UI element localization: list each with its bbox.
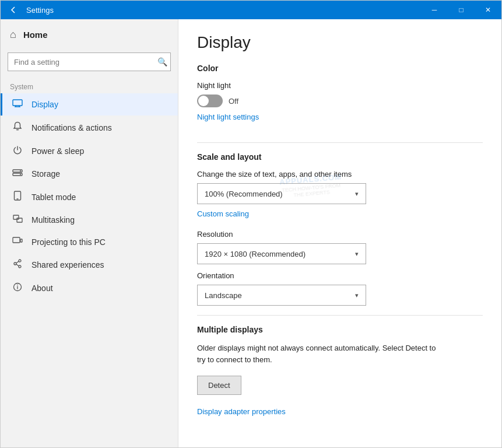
storage-icon — [12, 169, 23, 179]
multitasking-icon — [12, 215, 23, 225]
orientation-value: Landscape — [205, 291, 242, 300]
svg-point-18 — [19, 265, 21, 268]
scale-label: Change the size of text, apps, and other… — [197, 170, 483, 178]
maximize-button[interactable]: □ — [448, 1, 475, 19]
svg-point-23 — [17, 285, 18, 286]
search-input[interactable] — [8, 52, 171, 71]
svg-line-19 — [16, 261, 19, 263]
titlebar-left: Settings — [5, 2, 54, 18]
close-button[interactable]: ✕ — [475, 1, 501, 19]
tablet-icon — [12, 191, 23, 203]
resolution-dropdown[interactable]: 1920 × 1080 (Recommended) ▾ — [197, 243, 366, 264]
back-button[interactable] — [5, 2, 22, 18]
toggle-thumb — [198, 96, 209, 106]
page-title: Display — [197, 33, 483, 52]
sidebar-item-about[interactable]: About — [1, 276, 178, 300]
sidebar-item-tablet-label: Tablet mode — [31, 192, 76, 202]
sidebar-item-notifications[interactable]: Notifications & actions — [1, 116, 178, 139]
night-light-settings-link[interactable]: Night light settings — [197, 113, 259, 121]
resolution-dropdown-arrow: ▾ — [355, 250, 359, 258]
multiple-displays-description: Older displays might not always connect … — [197, 342, 442, 365]
sidebar-item-power[interactable]: Power & sleep — [1, 139, 178, 163]
scale-dropdown-arrow: ▾ — [355, 190, 359, 198]
svg-rect-12 — [17, 218, 22, 222]
night-light-state: Off — [229, 97, 238, 106]
scale-section-title: Scale and layout — [197, 152, 483, 162]
custom-scaling-link[interactable]: Custom scaling — [197, 209, 249, 218]
svg-point-17 — [14, 262, 16, 265]
about-icon — [12, 282, 23, 294]
night-light-label: Night light — [197, 81, 483, 90]
sidebar-item-multitasking-label: Multitasking — [31, 215, 75, 225]
shared-icon — [12, 259, 23, 271]
svg-rect-14 — [20, 239, 22, 242]
home-nav-item[interactable]: ⌂ Home — [1, 19, 178, 50]
svg-rect-0 — [13, 100, 22, 106]
sidebar-item-projecting[interactable]: Projecting to this PC — [1, 231, 178, 253]
content-area: ⌂ Home 🔍 System Display — [1, 19, 501, 447]
color-section-title: Color — [197, 64, 483, 73]
minimize-button[interactable]: ─ — [421, 1, 448, 19]
sidebar-item-display-label: Display — [31, 100, 58, 109]
window-title: Settings — [26, 6, 54, 15]
svg-rect-13 — [13, 237, 20, 243]
orientation-label: Orientation — [197, 271, 483, 280]
display-adapter-link[interactable]: Display adapter properties — [197, 407, 286, 416]
sidebar-item-shared-label: Shared experiences — [31, 260, 104, 270]
power-icon — [12, 145, 23, 157]
window-controls: ─ □ ✕ — [421, 1, 501, 19]
divider-1 — [197, 142, 483, 143]
sidebar-item-display[interactable]: Display — [1, 93, 178, 116]
multiple-displays-title: Multiple displays — [197, 325, 483, 334]
sidebar-item-multitasking[interactable]: Multitasking — [1, 209, 178, 231]
svg-point-8 — [20, 174, 21, 175]
home-label: Home — [23, 30, 48, 40]
svg-point-16 — [19, 260, 21, 262]
sidebar-item-storage[interactable]: Storage — [1, 163, 178, 185]
projecting-icon — [12, 237, 23, 247]
sidebar-item-storage-label: Storage — [31, 169, 60, 178]
scale-dropdown[interactable]: 100% (Recommended) ▾ — [197, 183, 366, 204]
search-icon[interactable]: 🔍 — [157, 57, 167, 66]
svg-rect-11 — [13, 215, 19, 219]
resolution-label: Resolution — [197, 230, 483, 239]
sidebar-item-shared[interactable]: Shared experiences — [1, 253, 178, 276]
sidebar-item-about-label: About — [31, 284, 53, 293]
sidebar-item-notifications-label: Notifications & actions — [31, 123, 112, 132]
orientation-dropdown[interactable]: Landscape ▾ — [197, 285, 366, 306]
detect-button[interactable]: Detect — [197, 376, 241, 395]
resolution-value: 1920 × 1080 (Recommended) — [205, 250, 306, 258]
notifications-icon — [12, 121, 23, 134]
home-icon: ⌂ — [10, 29, 16, 41]
search-box: 🔍 — [8, 52, 171, 71]
titlebar: Settings ─ □ ✕ — [1, 1, 501, 19]
sidebar: ⌂ Home 🔍 System Display — [1, 19, 178, 447]
display-icon — [12, 99, 23, 110]
svg-point-7 — [20, 170, 21, 172]
svg-line-20 — [16, 264, 19, 266]
sidebar-item-power-label: Power & sleep — [31, 146, 84, 156]
night-light-toggle[interactable] — [197, 94, 223, 107]
sidebar-item-projecting-label: Projecting to this PC — [31, 237, 106, 247]
night-light-toggle-row: Off — [197, 94, 483, 107]
orientation-dropdown-arrow: ▾ — [355, 292, 359, 299]
sidebar-item-tablet[interactable]: Tablet mode — [1, 185, 178, 209]
divider-2 — [197, 315, 483, 316]
sidebar-section-label: System — [1, 78, 178, 93]
scale-value: 100% (Recommended) — [205, 190, 283, 198]
settings-window: Settings ─ □ ✕ ⌂ Home 🔍 System — [0, 0, 502, 448]
main-content: Display Color Night light Off Night ligh… — [178, 19, 501, 447]
